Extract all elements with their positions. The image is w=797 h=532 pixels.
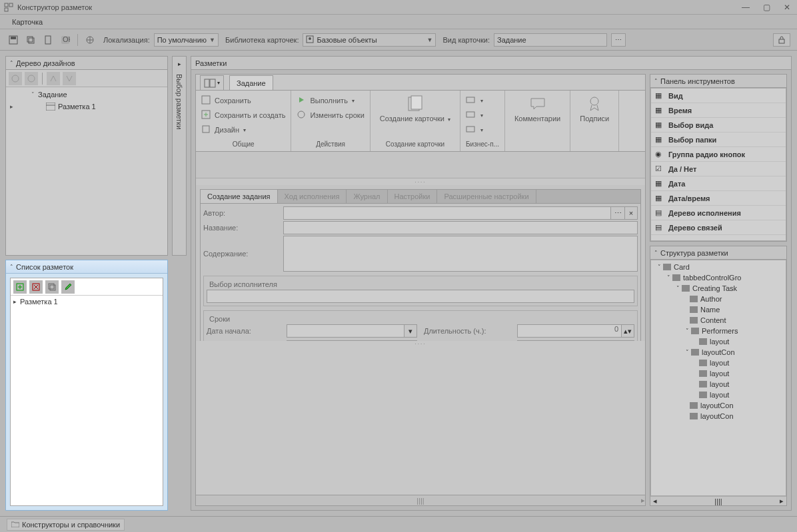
tree-node-layoutcon1[interactable]: ˅layoutCon: [652, 347, 784, 358]
svg-point-15: [28, 75, 35, 82]
splitter-h-1[interactable]: ····: [196, 178, 645, 185]
tree-node-layout2[interactable]: layout: [652, 358, 784, 368]
tab-progress[interactable]: Ход исполнения: [278, 190, 347, 203]
localization-select[interactable]: По умолчанию ▼: [154, 33, 219, 47]
copy-layout-icon[interactable]: [45, 280, 59, 294]
tool-2-icon[interactable]: [25, 72, 38, 85]
minimize-button[interactable]: —: [739, 3, 752, 12]
author-lookup-button[interactable]: ⋯: [610, 206, 625, 220]
structure-hscroll[interactable]: ◂||||▸: [650, 496, 786, 505]
save-icon[interactable]: [7, 33, 20, 47]
globe-icon[interactable]: [83, 33, 97, 47]
page-icon[interactable]: [41, 33, 55, 47]
svg-rect-0: [5, 3, 8, 7]
ribbon-comments[interactable]: Комментарии: [510, 93, 564, 124]
tool-3-icon[interactable]: [47, 72, 60, 85]
tree-node-layout[interactable]: layout: [652, 336, 784, 347]
tree-node-tabs[interactable]: ˅tabbedControlGro: [652, 272, 784, 283]
collapse-icon: ˄: [654, 250, 658, 256]
ok-icon[interactable]: OK: [59, 33, 72, 47]
expand-icon[interactable]: ˅: [27, 91, 38, 98]
tab-create-task[interactable]: Создание задания: [201, 190, 278, 203]
tool-4-icon[interactable]: [63, 72, 76, 85]
content-textarea[interactable]: [283, 236, 638, 272]
tab-ext-settings[interactable]: Расширенные настройки: [437, 190, 536, 203]
ribbon-bp-1[interactable]: ▾: [466, 93, 483, 108]
tree-node-name[interactable]: Name: [652, 304, 784, 315]
tool-item[interactable]: ☑Да / Нет: [651, 162, 786, 176]
tool-item[interactable]: ▦Выбор папки: [651, 133, 786, 147]
tree-node-creating[interactable]: ˅Creating Task: [652, 283, 784, 294]
main-toolbar: OK Локализация: По умолчанию ▼ Библиотек…: [0, 29, 797, 51]
duration-spinner[interactable]: ▴▾: [621, 324, 634, 338]
design-tree-header[interactable]: ˄ Дерево дизайнов: [6, 57, 167, 70]
tree-row-child[interactable]: ▸ Разметка 1: [7, 101, 166, 113]
structure-header[interactable]: ˄ Структура разметки: [650, 246, 786, 260]
add-layout-icon[interactable]: [13, 280, 27, 294]
tree-node-performers[interactable]: ˅Performers: [652, 326, 784, 336]
choose-layout-collapsed[interactable]: ▸ Выбор разметки: [172, 56, 187, 256]
lock-button[interactable]: [773, 33, 790, 47]
splitter-h-2[interactable]: ····: [196, 341, 645, 348]
tree-node-layoutcon3[interactable]: layoutCon: [652, 411, 784, 421]
ribbon-save[interactable]: Сохранить: [201, 93, 285, 108]
author-clear-button[interactable]: ×: [624, 206, 638, 220]
tree-node-layout4[interactable]: layout: [652, 379, 784, 390]
tool-item[interactable]: ▦Дата/время: [651, 191, 786, 206]
tree-node-layoutcon2[interactable]: layoutCon: [652, 400, 784, 411]
toolbox-header[interactable]: ˄ Панель инструментов: [650, 75, 786, 88]
card-library-select[interactable]: Базовые объекты ▼: [303, 33, 436, 47]
tool-item[interactable]: ▦Дата: [651, 176, 786, 191]
delete-layout-icon[interactable]: [29, 280, 43, 294]
tree-row-root[interactable]: ˅ Задание: [7, 89, 166, 101]
layouts-list-header[interactable]: ˄ Список разметок: [6, 260, 167, 274]
tool-item[interactable]: ▤Дерево исполнения: [651, 206, 786, 220]
tree-node-card[interactable]: ˅Card: [652, 262, 784, 272]
duration-field[interactable]: 0: [517, 324, 622, 338]
ribbon-group-comments: Комментарии: [505, 91, 570, 151]
ribbon-change-dates[interactable]: Изменить сроки: [297, 108, 364, 123]
tree-node-author[interactable]: Author: [652, 294, 784, 304]
date-start-dropdown[interactable]: ▾: [404, 324, 417, 338]
ribbon-bp-3[interactable]: ▾: [466, 123, 483, 137]
tool-item[interactable]: ▤Дерево связей: [651, 220, 786, 235]
tree-node-layout3[interactable]: layout: [652, 368, 784, 379]
layouts-panel: Разметки ▾ Задание: [191, 56, 792, 511]
design-tree-panel: ˄ Дерево дизайнов ˅ Задание: [5, 56, 168, 256]
tree-node-content[interactable]: Content: [652, 315, 784, 326]
tool-item[interactable]: ◉Группа радио кнопок: [651, 147, 786, 162]
tab-journal[interactable]: Журнал: [347, 190, 387, 203]
tool-1-icon[interactable]: [9, 72, 22, 85]
constructors-button[interactable]: Конструкторы и справочники: [7, 519, 125, 531]
maximize-button[interactable]: ▢: [760, 3, 773, 12]
edit-layout-icon[interactable]: [61, 280, 75, 294]
ribbon-execute[interactable]: Выполнить▾: [297, 93, 364, 108]
ribbon-create-card[interactable]: Создание карточки ▾: [376, 93, 454, 125]
tool-item[interactable]: ▦Вид: [651, 89, 786, 103]
toolbox-panel: ˄ Панель инструментов ▦Вид ▦Время ▦Выбор…: [650, 74, 787, 242]
svg-rect-22: [205, 79, 209, 87]
ribbon-bp-2[interactable]: ▾: [466, 108, 483, 123]
svg-point-12: [309, 37, 311, 40]
svg-rect-7: [45, 36, 51, 44]
horizontal-scrollbar[interactable]: |||| ▸: [196, 495, 645, 505]
ribbon-app-button[interactable]: ▾: [200, 75, 224, 90]
ribbon-signatures[interactable]: Подписи: [576, 93, 613, 124]
copy-icon[interactable]: [24, 33, 37, 47]
card-type-select[interactable]: Задание: [494, 33, 607, 47]
name-input[interactable]: [283, 221, 638, 234]
close-button[interactable]: ✕: [781, 3, 793, 12]
tab-settings[interactable]: Настройки: [388, 190, 438, 203]
ribbon-save-create[interactable]: Сохранить и создать: [201, 108, 285, 123]
performer-input[interactable]: [207, 290, 634, 303]
menu-card[interactable]: Карточка: [7, 17, 48, 27]
author-field[interactable]: [283, 206, 611, 220]
card-type-more-button[interactable]: ⋯: [611, 33, 626, 47]
list-item[interactable]: ▸ Разметка 1: [11, 296, 163, 308]
tool-item[interactable]: ▦Выбор вида: [651, 118, 786, 133]
ribbon-design[interactable]: Дизайн▾: [201, 123, 285, 137]
tool-item[interactable]: ▦Время: [651, 103, 786, 118]
date-start-field[interactable]: [287, 324, 404, 338]
ribbon-tab-task[interactable]: Задание: [229, 75, 273, 90]
tree-node-layout5[interactable]: layout: [652, 390, 784, 400]
